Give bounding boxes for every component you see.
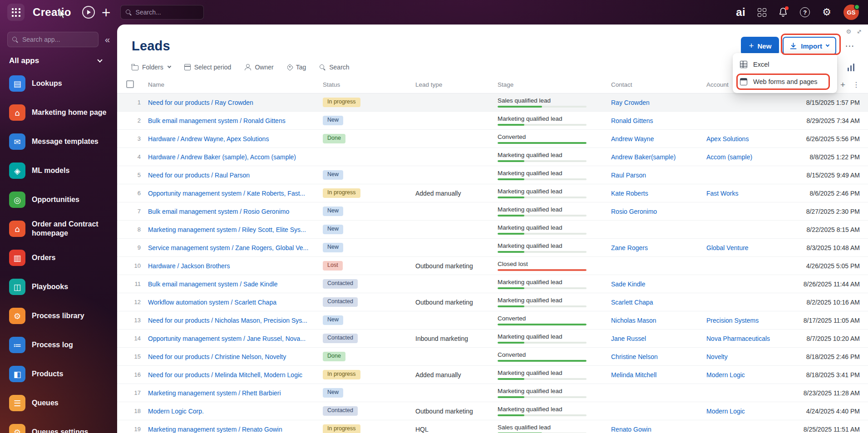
add-column-button[interactable] <box>840 80 845 89</box>
account-link[interactable]: Modern Logic <box>706 408 745 415</box>
table-row[interactable]: 6Opportunity management system / Kate Ro… <box>117 184 868 202</box>
collapse-sidebar-button[interactable] <box>103 34 112 45</box>
table-row[interactable]: 14Opportunity management system / Jane R… <box>117 330 868 348</box>
lead-name-link[interactable]: Need for our products / Nicholas Mason, … <box>148 317 307 324</box>
table-row[interactable]: 12Workflow automation system / Scarlett … <box>117 293 868 311</box>
import-menu-item-excel[interactable]: Excel <box>733 56 837 73</box>
table-row[interactable]: 3Hardware / Andrew Wayne, Apex Solutions… <box>117 130 868 148</box>
lead-name-link[interactable]: Opportunity management system / Kate Rob… <box>148 190 305 197</box>
contact-link[interactable]: Jane Russel <box>611 335 646 342</box>
sidebar-item-process-library[interactable]: ⚙Process library <box>7 303 112 329</box>
app-search[interactable] <box>7 32 99 47</box>
apps-panel-button[interactable] <box>758 8 766 17</box>
lead-name-link[interactable]: Hardware / Andrew Baker (sample), Accom … <box>148 153 296 161</box>
sidebar-item-message-templates[interactable]: ✉Message templates <box>7 129 112 154</box>
column-header-name[interactable]: Name <box>144 81 319 88</box>
select-period-filter[interactable]: Select period <box>184 64 232 71</box>
tag-filter[interactable]: Tag <box>287 64 306 71</box>
help-button[interactable] <box>800 7 810 17</box>
lead-name-link[interactable]: Need for our products / Christine Nelson… <box>148 353 286 360</box>
new-button[interactable]: New <box>741 37 779 55</box>
contact-link[interactable]: Christine Nelson <box>611 353 658 360</box>
play-button[interactable] <box>82 6 95 19</box>
sidebar-item-opportunities[interactable]: ◎Opportunities <box>7 187 112 212</box>
search-filter[interactable]: Search <box>320 64 349 71</box>
sidebar-item-queues[interactable]: ☰Queues <box>7 390 112 416</box>
table-row[interactable]: 17Marketing management system / Rhett Ba… <box>117 384 868 402</box>
sidebar-item-products[interactable]: ◧Products <box>7 361 112 387</box>
contact-link[interactable]: Ray Crowden <box>611 99 650 106</box>
settings-button[interactable] <box>822 7 831 17</box>
import-button[interactable]: Import <box>783 37 836 55</box>
global-search[interactable] <box>120 5 204 20</box>
lead-name-link[interactable]: Bulk email management system / Sade Kind… <box>148 280 278 288</box>
import-menu-item-web-forms-and-pages[interactable]: Web forms and pages <box>733 73 837 90</box>
sidebar-item-lookups[interactable]: ▤Lookups <box>7 71 112 96</box>
lead-name-link[interactable]: Modern Logic Corp. <box>148 408 204 415</box>
lead-name-link[interactable]: Workflow automation system / Scarlett Ch… <box>148 299 276 306</box>
more-actions-button[interactable] <box>844 40 855 51</box>
lead-name-link[interactable]: Need for our products / Raul Parson <box>148 172 250 179</box>
contact-link[interactable]: Andrew Baker(sample) <box>611 153 676 161</box>
table-row[interactable]: 7Bulk email management system / Rosio Ge… <box>117 202 868 221</box>
table-row[interactable]: 16Need for our products / Melinda Mitche… <box>117 366 868 384</box>
sidebar-item-queues-settings[interactable]: ⚙Queues settings <box>7 419 112 433</box>
lead-name-link[interactable]: Need for our products / Ray Crowden <box>148 99 253 106</box>
table-row[interactable]: 19Marketing management system / Renato G… <box>117 420 868 433</box>
account-link[interactable]: Nova Pharmaceuticals <box>706 335 770 342</box>
account-link[interactable]: Precision Systems <box>706 317 759 324</box>
column-header-lead-type[interactable]: Lead type <box>412 81 494 88</box>
sidebar-item-marketing-home-page[interactable]: ⌂Marketing home page <box>7 100 112 125</box>
lead-name-link[interactable]: Opportunity management system / Jane Rus… <box>148 335 306 342</box>
lead-name-link[interactable]: Need for our products / Melinda Mitchell… <box>148 371 302 379</box>
column-header-status[interactable]: Status <box>319 81 412 88</box>
chart-view-icon[interactable] <box>848 64 855 71</box>
table-row[interactable]: 9Service management system / Zane Rogers… <box>117 239 868 257</box>
lead-name-link[interactable]: Marketing management system / Rhett Barb… <box>148 389 281 397</box>
account-link[interactable]: Fast Works <box>706 190 739 197</box>
owner-filter[interactable]: Owner <box>245 64 273 71</box>
panel-settings-icon[interactable] <box>846 28 851 35</box>
sidebar-item-ml-models[interactable]: ◈ML models <box>7 158 112 183</box>
table-row[interactable]: 8Marketing management system / Riley Sco… <box>117 221 868 239</box>
table-row[interactable]: 13Need for our products / Nicholas Mason… <box>117 311 868 330</box>
account-link[interactable]: Novelty <box>706 353 728 360</box>
app-launcher-button[interactable] <box>7 4 25 21</box>
select-all-checkbox[interactable] <box>126 80 134 88</box>
table-row[interactable]: 10Hardware / Jackson BrothersLostOutboun… <box>117 257 868 275</box>
lead-name-link[interactable]: Marketing management system / Renato Gow… <box>148 426 282 433</box>
contact-link[interactable]: Sade Kindle <box>611 280 646 288</box>
ai-logo[interactable]: ai <box>736 6 745 19</box>
app-search-input[interactable] <box>22 36 94 43</box>
account-link[interactable]: Apex Solutions <box>706 135 749 143</box>
column-header-contact[interactable]: Contact <box>607 81 703 88</box>
folders-filter[interactable]: Folders <box>132 64 171 71</box>
header-menu-button[interactable] <box>853 81 860 89</box>
contact-link[interactable]: Nicholas Mason <box>611 317 656 324</box>
contact-link[interactable]: Andrew Wayne <box>611 135 654 143</box>
table-row[interactable]: 18Modern Logic Corp.ContactedOutbound ma… <box>117 402 868 420</box>
contact-link[interactable]: Melinda Mitchell <box>611 371 656 379</box>
table-row[interactable]: 2Bulk email management system / Ronald G… <box>117 112 868 130</box>
lead-name-link[interactable]: Marketing management system / Riley Scot… <box>148 226 306 233</box>
contact-link[interactable]: Raul Parson <box>611 172 646 179</box>
notifications-button[interactable] <box>779 7 788 17</box>
table-row[interactable]: 11Bulk email management system / Sade Ki… <box>117 275 868 293</box>
sidebar-item-order-and-contract-homepage[interactable]: ⌂Order and Contract homepage <box>7 216 112 241</box>
contact-link[interactable]: Renato Gowin <box>611 426 651 433</box>
sidebar-item-orders[interactable]: ▥Orders <box>7 245 112 271</box>
table-row[interactable]: 5Need for our products / Raul ParsonNewM… <box>117 166 868 184</box>
lead-name-link[interactable]: Hardware / Jackson Brothers <box>148 262 230 270</box>
account-link[interactable]: Global Venture <box>706 244 749 251</box>
account-link[interactable]: Modern Logic <box>706 371 745 379</box>
user-avatar[interactable]: GS <box>843 5 859 20</box>
contact-link[interactable]: Ronald Gittens <box>611 117 653 124</box>
global-search-input[interactable] <box>136 9 198 16</box>
lead-name-link[interactable]: Hardware / Andrew Wayne, Apex Solutions <box>148 135 269 143</box>
table-row[interactable]: 15Need for our products / Christine Nels… <box>117 348 868 366</box>
contact-link[interactable]: Zane Rogers <box>611 244 648 251</box>
lead-name-link[interactable]: Bulk email management system / Rosio Ger… <box>148 208 289 215</box>
table-row[interactable]: 1Need for our products / Ray CrowdenIn p… <box>117 93 868 112</box>
lead-name-link[interactable]: Bulk email management system / Ronald Gi… <box>148 117 286 124</box>
contact-link[interactable]: Rosio Geronimo <box>611 208 657 215</box>
